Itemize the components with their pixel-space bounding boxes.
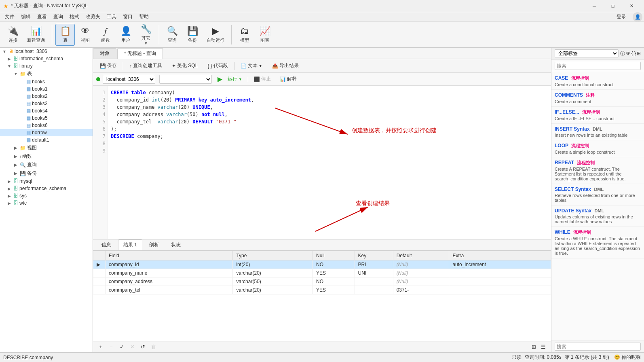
table-row[interactable]: ▶ commpany_id int(20) NO PRI (Null) auto… (93, 260, 551, 269)
new-query-label: 新建查询 (27, 37, 45, 43)
explain-button[interactable]: 📊 解释 (276, 74, 300, 84)
beautify-button[interactable]: ✦ 美化 SQL (168, 61, 201, 71)
object-tabbar: 对象 * 无标题 - 查询 (93, 48, 551, 59)
function-button[interactable]: 𝑓 函数 (96, 24, 115, 46)
sidebar-item-table-books6[interactable]: ▦ books6 (0, 122, 93, 129)
text-button[interactable]: 📄 文本 ▼ (237, 61, 266, 71)
delete-button[interactable]: 🗑 (149, 343, 158, 351)
sidebar-item-perf-schema[interactable]: ▶ 🗄 performance_schema (0, 185, 93, 192)
sidebar-item-info-schema[interactable]: ▶ 🗄 information_schema (0, 55, 93, 62)
table-row[interactable]: commpany_address varchar(50) NO (Null) (93, 277, 551, 286)
snippet-item-update[interactable]: UPDATE Syntax DML Updates columns of exi… (551, 205, 644, 227)
snippet-item-insert[interactable]: INSERT Syntax DML Insert new rows into a… (551, 124, 644, 140)
snippet-item-comments[interactable]: COMMENTS 注释 Create a comment (551, 90, 644, 107)
sidebar-item-tables-folder[interactable]: ▼ 📁 表 (0, 70, 93, 78)
sidebar-item-root[interactable]: ▼ 🖥 localhost_3306 (0, 48, 93, 55)
tab-info[interactable]: 信息 (96, 239, 116, 250)
snippet-tag-selector[interactable]: 全部标签 (555, 49, 619, 57)
menu-tools[interactable]: 工具 (103, 12, 120, 22)
sidebar-item-table-borrow[interactable]: ▦ borrow (0, 129, 93, 136)
menu-format[interactable]: 格式 (66, 12, 82, 22)
new-query-button[interactable]: 📊 新建查询 (23, 24, 49, 46)
user-avatar[interactable]: 👤 (633, 12, 642, 22)
sidebar-item-sys[interactable]: ▶ 🗄 sys (0, 192, 93, 199)
table-icon-borrow: ▦ (26, 130, 31, 135)
sidebar-item-wtc[interactable]: ▶ 🗄 wtc (0, 199, 93, 207)
check-button[interactable]: ✓ (117, 343, 126, 351)
snippet-search-input[interactable] (555, 62, 641, 70)
tab-objects[interactable]: 对象 (93, 48, 116, 59)
stop-button[interactable]: ⬛ 停止 (250, 74, 274, 84)
sidebar-item-table-books4[interactable]: ▦ books4 (0, 107, 93, 114)
sidebar-item-table-books1[interactable]: ▦ books1 (0, 85, 93, 93)
snippet-bottom-search-input[interactable] (555, 343, 641, 351)
snippet-item-repeat[interactable]: REPEAT 流程控制 Create A REPEAT construct. T… (551, 157, 644, 184)
view-button[interactable]: 👁 视图 (76, 24, 95, 46)
list-view-button[interactable]: ☰ (539, 343, 548, 351)
snippet-item-ifelse[interactable]: IF...ELSE... 流程控制 Create a IF...ELSE... … (551, 107, 644, 124)
minimize-button[interactable]: ─ (585, 0, 604, 12)
remove-row-button[interactable]: − (107, 343, 116, 351)
user-button[interactable]: 👤 用户 (116, 24, 135, 46)
snippet-eye-icon[interactable]: 👁 (626, 51, 631, 56)
tab-profile[interactable]: 剖析 (144, 239, 164, 250)
grid-view-button[interactable]: ⊞ (529, 343, 538, 351)
sidebar-item-backup-folder[interactable]: ▶ 💾 备份 (0, 169, 93, 178)
sidebar-item-queries-folder[interactable]: ▶ 🔍 查询 (0, 161, 93, 169)
sidebar-item-table-books5[interactable]: ▦ books5 (0, 114, 93, 122)
sidebar-item-mysql[interactable]: ▶ 🗄 mysql (0, 178, 93, 185)
run-button[interactable]: 运行 ▼ (224, 74, 246, 84)
menu-file[interactable]: 文件 (2, 12, 18, 22)
sidebar-item-funcs-folder[interactable]: ▶ 𝑓 函数 (0, 152, 93, 161)
snippet-item-while[interactable]: WHILE 流程控制 Create a WHILE construct. The… (551, 227, 644, 258)
menu-help[interactable]: 帮助 (136, 12, 152, 22)
explain-label: 解释 (287, 76, 297, 83)
add-row-button[interactable]: + (96, 343, 105, 351)
snippet-info-icon[interactable]: ⓘ (620, 50, 625, 57)
code-editor[interactable]: CREATE table commpany( commpany_id int(2… (108, 86, 551, 239)
connect-button[interactable]: 🔌 连接 (3, 24, 23, 46)
maximize-button[interactable]: □ (604, 0, 622, 12)
auto-run-button[interactable]: ▶ 自动运行 (203, 24, 228, 46)
snippet-item-loop[interactable]: LOOP 流程控制 Create a simple loop construct (551, 140, 644, 157)
tab-result1[interactable]: 结果 1 (118, 239, 142, 250)
snippet-item-case[interactable]: CASE 流程控制 Create a conditional construct (551, 73, 644, 90)
editor-area[interactable]: 1 2 3 4 5 6 7 8 9 CREATE table commpany(… (93, 86, 551, 239)
code-segment-button[interactable]: { } 代码段 (204, 61, 231, 71)
snippet-braces-icon[interactable]: { } (631, 51, 636, 56)
login-button[interactable]: 登录 (612, 13, 631, 21)
query-button[interactable]: 🔍 查询 (163, 24, 182, 46)
sidebar-item-views-folder[interactable]: ▶ 📁 视图 (0, 144, 93, 152)
model-button[interactable]: 🗂 模型 (235, 24, 254, 46)
titlebar: ★ * 无标题 - 查询 - Navicat for MySQL ─ □ ✕ (0, 0, 644, 12)
table-row[interactable]: commpany_name varchar(20) YES UNI (Null) (93, 269, 551, 277)
database-select[interactable] (159, 75, 212, 84)
refresh-button[interactable]: ↺ (138, 343, 147, 351)
menu-query[interactable]: 查询 (50, 12, 66, 22)
table-button[interactable]: 📋 表 (55, 24, 75, 46)
connection-select[interactable]: localhost_3306 (103, 75, 155, 84)
tab-query[interactable]: * 无标题 - 查询 (117, 48, 163, 59)
table-books-label: books (32, 79, 45, 85)
sidebar-item-table-books3[interactable]: ▦ books3 (0, 100, 93, 107)
backup-button[interactable]: 💾 备份 (183, 24, 202, 46)
save-button[interactable]: 💾 保存 (96, 61, 120, 71)
query-create-button[interactable]: ↑ 查询创建工具 (126, 61, 166, 71)
menu-view[interactable]: 查看 (34, 12, 50, 22)
snippet-item-select[interactable]: SELECT Syntax DML Retrieve rows selected… (551, 184, 644, 205)
chart-button[interactable]: 📈 图表 (255, 24, 274, 46)
table-row[interactable]: commpany_tel varchar(20) YES 0371- (93, 286, 551, 294)
sidebar-item-table-default1[interactable]: ▦ default1 (0, 136, 93, 144)
other-button[interactable]: 🔧 其它 ▼ (136, 24, 156, 46)
menu-favorites[interactable]: 收藏夹 (82, 12, 103, 22)
export-button[interactable]: 📤 导出结果 (268, 61, 302, 71)
sidebar-item-table-books2[interactable]: ▦ books2 (0, 93, 93, 100)
close-button[interactable]: ✕ (622, 0, 641, 12)
cancel-edit-button[interactable]: ✕ (128, 343, 137, 351)
tab-status[interactable]: 状态 (166, 239, 186, 250)
sidebar-item-library[interactable]: ▼ 🗄 library (0, 62, 93, 70)
snippet-grid-icon[interactable]: ⊞ (637, 51, 641, 56)
menu-edit[interactable]: 编辑 (18, 12, 34, 22)
menu-window[interactable]: 窗口 (120, 12, 136, 22)
sidebar-item-table-books[interactable]: ▦ books (0, 78, 93, 85)
